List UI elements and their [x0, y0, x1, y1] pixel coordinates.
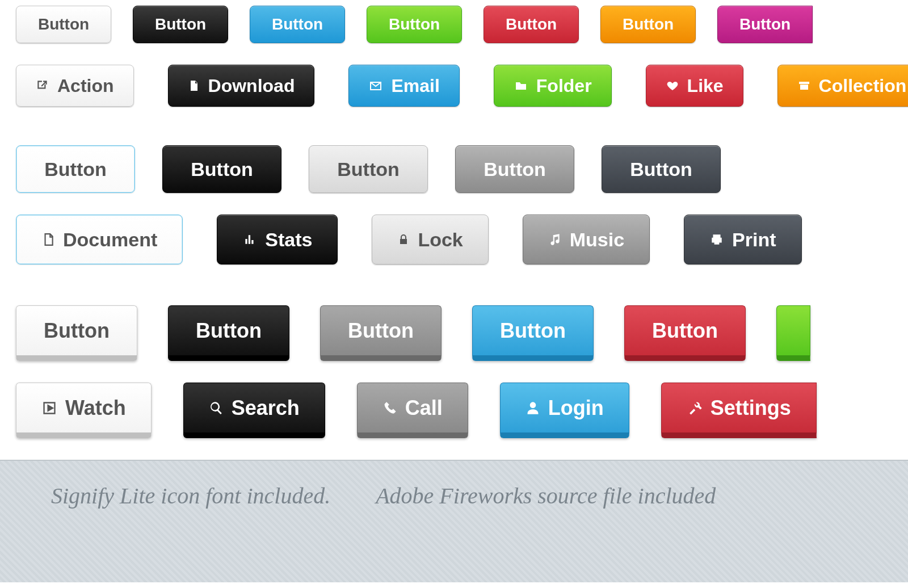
button-label: Button — [38, 15, 89, 33]
search-button[interactable]: Search — [183, 383, 325, 438]
tools-icon — [687, 400, 703, 416]
button-row-4: Document Stats Lock Music Print — [16, 215, 908, 264]
block-button-white[interactable]: Button — [16, 305, 137, 361]
external-link-icon — [36, 79, 49, 93]
button-label: Button — [652, 319, 718, 343]
button-label: Button — [348, 319, 414, 343]
button-row-5: Button Button Button Button Button — [16, 305, 908, 361]
button-black[interactable]: Button — [133, 6, 228, 43]
button-midgray[interactable]: Button — [455, 145, 574, 193]
button-white[interactable]: Button — [16, 6, 111, 43]
button-darkgray[interactable]: Button — [602, 145, 721, 193]
button-label: Button — [44, 319, 110, 343]
play-box-icon — [41, 401, 57, 415]
folder-icon — [514, 79, 528, 92]
button-label: Music — [570, 229, 624, 251]
button-black[interactable]: Button — [162, 145, 281, 193]
document-icon — [41, 232, 55, 247]
login-button[interactable]: Login — [500, 383, 629, 438]
music-button[interactable]: Music — [523, 215, 650, 264]
action-button[interactable]: Action — [16, 65, 134, 107]
block-button-red[interactable]: Button — [624, 305, 746, 361]
button-label: Collection — [819, 75, 907, 96]
mail-icon — [368, 79, 383, 92]
watch-button[interactable]: Watch — [16, 383, 152, 438]
button-label: Button — [389, 15, 440, 33]
button-label: Login — [548, 396, 604, 420]
button-label: Button — [191, 158, 253, 180]
button-label: Document — [63, 229, 157, 251]
button-row-1: Button Button Button Button Button Butto… — [16, 6, 908, 43]
button-label: Button — [500, 319, 566, 343]
footer-text-left: Signify Lite icon font included. — [51, 482, 330, 509]
heart-icon — [666, 79, 679, 92]
button-label: Stats — [265, 229, 312, 251]
button-outline[interactable]: Button — [16, 145, 135, 193]
block-button-black[interactable]: Button — [168, 305, 289, 361]
user-icon — [526, 400, 540, 416]
email-button[interactable]: Email — [348, 65, 459, 107]
button-label: Button — [506, 15, 557, 33]
button-label: Button — [337, 158, 400, 180]
button-blue[interactable]: Button — [250, 6, 345, 43]
button-label: Button — [44, 158, 107, 180]
document-button[interactable]: Document — [16, 215, 183, 264]
bar-chart-icon — [242, 233, 257, 246]
block-button-green[interactable] — [776, 305, 810, 361]
lock-icon — [397, 232, 410, 247]
button-magenta[interactable]: Button — [717, 6, 813, 43]
button-label: Action — [57, 75, 114, 96]
button-label: Button — [484, 158, 546, 180]
button-label: Search — [232, 396, 300, 420]
button-label: Button — [196, 319, 262, 343]
printer-icon — [709, 233, 724, 246]
button-lightgray[interactable]: Button — [309, 145, 428, 193]
button-label: Button — [155, 15, 206, 33]
block-button-blue[interactable]: Button — [472, 305, 594, 361]
button-label: Print — [732, 229, 776, 251]
button-label: Button — [623, 15, 674, 33]
button-red[interactable]: Button — [484, 6, 579, 43]
button-label: Like — [687, 75, 724, 96]
button-label: Settings — [711, 396, 791, 420]
collection-button[interactable]: Collection — [777, 65, 908, 107]
button-row-2: Action Download Email Folder Like Collec… — [16, 65, 908, 107]
footer-text-right: Adobe Fireworks source file included — [376, 482, 716, 509]
stats-button[interactable]: Stats — [217, 215, 338, 264]
button-label: Button — [739, 15, 791, 33]
button-label: Folder — [536, 75, 592, 96]
button-row-6: Watch Search Call Login Settings — [16, 383, 908, 438]
music-note-icon — [548, 232, 562, 247]
button-label — [791, 319, 796, 343]
file-icon — [188, 79, 200, 93]
block-button-gray[interactable]: Button — [320, 305, 442, 361]
folder-button[interactable]: Folder — [494, 65, 612, 107]
footer: Signify Lite icon font included. Adobe F… — [0, 460, 908, 582]
button-label: Email — [391, 75, 439, 96]
print-button[interactable]: Print — [684, 215, 801, 264]
button-label: Watch — [65, 396, 126, 420]
button-green[interactable]: Button — [367, 6, 462, 43]
button-label: Call — [405, 396, 443, 420]
lock-button[interactable]: Lock — [372, 215, 488, 264]
button-label: Button — [630, 158, 692, 180]
button-label: Button — [272, 15, 323, 33]
button-orange[interactable]: Button — [600, 6, 696, 43]
button-label: Lock — [418, 229, 463, 251]
phone-icon — [382, 401, 397, 415]
call-button[interactable]: Call — [357, 383, 468, 438]
search-icon — [209, 401, 224, 415]
download-button[interactable]: Download — [168, 65, 315, 107]
settings-button[interactable]: Settings — [661, 383, 817, 438]
button-row-3: Button Button Button Button Button — [16, 145, 908, 193]
like-button[interactable]: Like — [646, 65, 743, 107]
archive-icon — [797, 79, 811, 92]
button-label: Download — [208, 75, 295, 96]
